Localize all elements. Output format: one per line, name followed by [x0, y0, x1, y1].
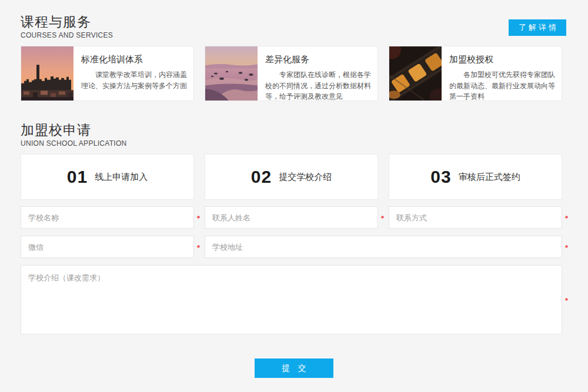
film-strip-image [389, 46, 442, 100]
required-marker: * [565, 297, 568, 304]
card-description: 专家团队在线诊断，根据各学校的不同情况，通过分析数据材料等，给予评测及教改意见 [265, 69, 373, 101]
card-title: 标准化培训体系 [81, 54, 189, 65]
city-skyline-sunset-image [21, 46, 74, 100]
required-marker: * [565, 215, 568, 222]
step-label: 线上申请加入 [95, 172, 148, 183]
learn-more-button[interactable]: 了解详情 [509, 19, 566, 36]
contact-method-input[interactable] [389, 206, 562, 229]
application-steps: 01 线上申请加入 02 提交学校介绍 03 审核后正式签约 [21, 154, 562, 200]
step-3-sign-contract: 03 审核后正式签约 [389, 154, 562, 200]
step-number: 01 [67, 167, 88, 187]
application-section-header: 加盟校申请 UNION SCHOOL APPLICATION [21, 122, 127, 148]
wechat-input[interactable] [21, 236, 194, 258]
form-row-2: * * [21, 236, 562, 258]
required-marker: * [197, 215, 200, 222]
school-address-field-wrap: * [205, 236, 562, 258]
required-marker: * [565, 244, 568, 252]
courses-section-header: 课程与服务 COURSES AND SERVICES [21, 14, 113, 39]
step-1-online-apply: 01 线上申请加入 [21, 154, 194, 200]
contact-name-input[interactable] [205, 206, 378, 229]
card-franchise-authorization: 加盟校授权 各加盟校可优先获得专家团队的最新动态、最新行业发展动向等第一手资料 [389, 46, 562, 101]
required-marker: * [197, 244, 200, 252]
wechat-field-wrap: * [21, 236, 194, 258]
school-address-input[interactable] [205, 236, 562, 258]
school-intro-field-wrap: * [21, 265, 562, 334]
course-cards: 标准化培训体系 课堂教学改革培训，内容涵盖理论、实操方法与案例等多个方面 [21, 46, 562, 101]
submit-button[interactable]: 提交 [255, 359, 333, 378]
desert-dunes-image [205, 46, 258, 100]
card-training-system: 标准化培训体系 课堂教学改革培训，内容涵盖理论、实操方法与案例等多个方面 [21, 46, 194, 101]
step-2-submit-intro: 02 提交学校介绍 [205, 154, 378, 200]
courses-title: 课程与服务 [21, 14, 113, 29]
form-row-3: * [21, 265, 562, 334]
card-differentiated-service: 差异化服务 专家团队在线诊断，根据各学校的不同情况，通过分析数据材料等，给予评测… [205, 46, 378, 101]
courses-subtitle: COURSES AND SERVICES [21, 31, 113, 39]
application-title: 加盟校申请 [21, 122, 127, 138]
school-name-field-wrap: * [21, 206, 194, 229]
card-description: 各加盟校可优先获得专家团队的最新动态、最新行业发展动向等第一手资料 [449, 69, 557, 101]
school-intro-textarea[interactable] [21, 265, 562, 334]
card-description: 课堂教学改革培训，内容涵盖理论、实操方法与案例等多个方面 [81, 69, 189, 91]
required-marker: * [381, 215, 384, 222]
form-row-1: * * * [21, 206, 562, 229]
step-number: 03 [430, 167, 451, 187]
school-name-input[interactable] [21, 206, 194, 229]
contact-method-field-wrap: * [389, 206, 562, 229]
card-title: 加盟校授权 [449, 54, 557, 65]
contact-name-field-wrap: * [205, 206, 378, 229]
step-label: 提交学校介绍 [279, 172, 332, 183]
step-number: 02 [251, 167, 272, 187]
application-subtitle: UNION SCHOOL APPLICATION [21, 139, 127, 148]
card-title: 差异化服务 [265, 54, 373, 65]
step-label: 审核后正式签约 [459, 172, 520, 183]
